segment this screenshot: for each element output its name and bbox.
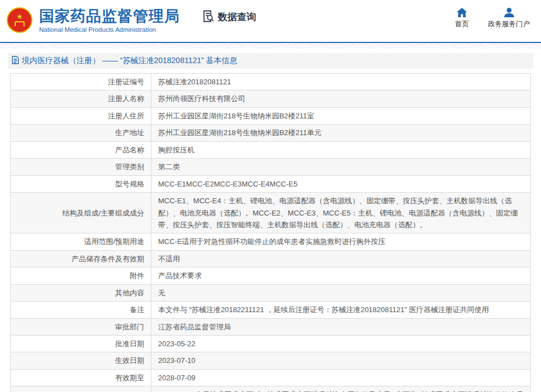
row-value: 第二类 [151, 159, 531, 175]
row-label: 结构及组成/主要组成成分 [11, 193, 151, 233]
row-value: 产品技术要求 [151, 267, 531, 284]
row-label: 产品储存条件及有效期 [11, 250, 151, 267]
row-value: 不适用 [151, 250, 531, 267]
data-query-icon [201, 9, 216, 26]
page-title: 境内医疗器械（注册） —— “苏械注准20182081121” 基本信息 [22, 56, 238, 66]
table-row: 适用范围/预期用途 MCC-E适用于对急性循环功能停止的成年患者实施急救时进行胸… [11, 233, 531, 250]
user-icon [504, 8, 514, 17]
row-label: 批准日期 [11, 336, 151, 352]
row-value: 无 [151, 284, 531, 301]
home-icon [457, 8, 467, 17]
table-row: 审批部门 江苏省药品监督管理局 [11, 318, 531, 335]
page-title-bar: 境内医疗器械（注册） —— “苏械注准20182081121” 基本信息 [8, 53, 533, 69]
row-label: 注册证编号 [11, 74, 151, 90]
row-label: 产品名称 [11, 141, 151, 158]
row-label: 生效日期 [11, 352, 151, 369]
row-value: 本文件与 “苏械注准20182211121 ，延续后注册证号：苏械注准20182… [151, 302, 531, 318]
nav-item-portal[interactable]: 政务服务门户 [488, 8, 530, 29]
document-icon [12, 56, 19, 66]
table-row: 生效日期 2023-07-10 [11, 352, 531, 369]
row-value: 2023-05-22 [151, 336, 531, 352]
row-value: MCC-E1、MCC-E4：主机、锂电池、电源适配器（含电源线）、固定绷带、按压… [151, 193, 531, 233]
row-label: 注册人住所 [11, 107, 151, 124]
row-label: 变更情况 [11, 386, 151, 392]
row-value: MCC-E适用于对急性循环功能停止的成年患者实施急救时进行胸外按压 [151, 233, 531, 250]
table-row: 有效期至 2028-07-09 [11, 369, 531, 386]
header: ★ 国家药品监督管理局 National Medical Products Ad… [0, 0, 541, 42]
row-label: 适用范围/预期用途 [11, 233, 151, 250]
table-row: 注册人住所 苏州工业园区星湖街218号生物纳米园B2楼211室 [11, 107, 531, 124]
header-nav: 首页 政务服务门户 [455, 8, 530, 29]
row-label: 有效期至 [11, 369, 151, 386]
table-row: 备注 本文件与 “苏械注准20182211121 ，延续后注册证号：苏械注准20… [11, 302, 531, 318]
org-name-en: National Medical Products Administration [39, 26, 180, 33]
row-value: 苏械注准20182081121 [151, 74, 531, 90]
table-row: 注册证编号 苏械注准20182081121 [11, 74, 531, 90]
row-label: 注册人名称 [11, 90, 151, 107]
table-row: 批准日期 2023-05-22 [11, 336, 531, 352]
row-label: 附件 [11, 267, 151, 284]
nav-item-label: 政务服务门户 [488, 20, 530, 29]
row-value: 2028-07-09 [151, 369, 531, 386]
row-value: 2023-05-22产品技术要求变更 由 “技术要求变更情况对比表原条款及内容”… [151, 386, 531, 392]
row-label: 型号规格 [11, 175, 151, 192]
table-row: 变更情况 2023-05-22产品技术要求变更 由 “技术要求变更情况对比表原条… [11, 386, 531, 392]
row-label: 备注 [11, 302, 151, 318]
nav-item-home[interactable]: 首页 [455, 8, 469, 29]
table-row: 生产地址 苏州工业园区星湖街218号生物纳米园B2楼211单元 [11, 125, 531, 141]
row-label: 其他内容 [11, 284, 151, 301]
row-label: 管理类别 [11, 159, 151, 175]
row-label: 审批部门 [11, 318, 151, 335]
row-value: MCC-E1MCC-E2MCC-E3MCC-E4MCC-E5 [151, 175, 531, 192]
registration-info-table: 注册证编号 苏械注准20182081121 注册人名称 苏州尚领医疗科技有限公司… [10, 73, 531, 392]
hatched-band [0, 43, 541, 49]
nav-item-label: 首页 [455, 20, 469, 29]
main-content: 境内医疗器械（注册） —— “苏械注准20182081121” 基本信息 注册证… [0, 49, 541, 392]
row-value: 苏州尚领医疗科技有限公司 [151, 90, 531, 107]
table-row: 附件 产品技术要求 [11, 267, 531, 284]
row-label: 生产地址 [11, 125, 151, 141]
national-emblem-icon: ★ [7, 7, 32, 33]
table-row: 其他内容 无 [11, 284, 531, 301]
row-value: 胸腔按压机 [151, 141, 531, 158]
org-identity: 国家药品监督管理局 National Medical Products Admi… [39, 8, 180, 33]
row-value: 苏州工业园区星湖街218号生物纳米园B2楼211单元 [151, 125, 531, 141]
row-value: 江苏省药品监督管理局 [151, 318, 531, 335]
app-title-label: 数据查询 [218, 11, 256, 23]
table-row: 注册人名称 苏州尚领医疗科技有限公司 [11, 90, 531, 107]
app-title: 数据查询 [201, 9, 256, 26]
table-row: 型号规格 MCC-E1MCC-E2MCC-E3MCC-E4MCC-E5 [11, 175, 531, 192]
org-name-cn: 国家药品监督管理局 [39, 8, 180, 25]
row-value: 2023-07-10 [151, 352, 531, 369]
table-row: 管理类别 第二类 [11, 159, 531, 175]
row-value: 苏州工业园区星湖街218号生物纳米园B2楼211室 [151, 107, 531, 124]
table-row: 产品名称 胸腔按压机 [11, 141, 531, 158]
table-row: 结构及组成/主要组成成分 MCC-E1、MCC-E4：主机、锂电池、电源适配器（… [11, 193, 531, 233]
table-row: 产品储存条件及有效期 不适用 [11, 250, 531, 267]
